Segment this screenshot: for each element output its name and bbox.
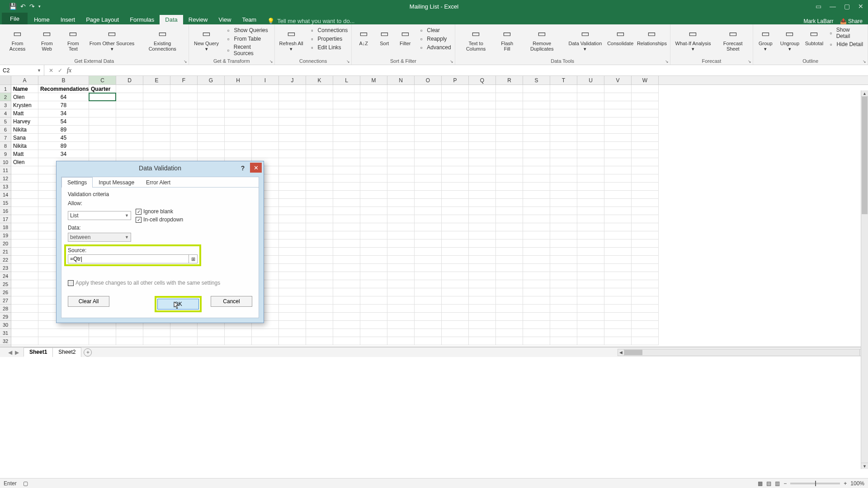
cell[interactable] xyxy=(279,150,306,158)
fx-icon[interactable]: fx xyxy=(67,67,71,74)
cell[interactable] xyxy=(11,288,38,296)
ribbon-button[interactable]: ▭Forecast Sheet xyxy=(716,26,750,52)
cell[interactable] xyxy=(632,329,659,337)
cell[interactable]: Name xyxy=(11,85,38,93)
cell[interactable] xyxy=(89,150,116,158)
cell[interactable] xyxy=(604,305,632,313)
cell[interactable] xyxy=(469,174,496,183)
cell[interactable]: Krysten xyxy=(11,101,38,109)
cell[interactable] xyxy=(279,93,306,101)
cell[interactable] xyxy=(333,142,360,150)
cell[interactable] xyxy=(415,264,442,272)
zoom-slider[interactable] xyxy=(790,483,840,484)
cell[interactable] xyxy=(11,248,38,256)
cell[interactable] xyxy=(604,174,632,183)
cell[interactable] xyxy=(252,117,279,126)
cell[interactable] xyxy=(632,191,659,199)
cell[interactable] xyxy=(11,199,38,207)
cell[interactable] xyxy=(550,134,577,142)
cell[interactable] xyxy=(252,329,279,337)
cell[interactable] xyxy=(577,288,604,296)
cell[interactable] xyxy=(469,296,496,305)
cell[interactable] xyxy=(279,109,306,117)
cell[interactable] xyxy=(442,174,469,183)
cell[interactable] xyxy=(577,337,604,345)
cell[interactable] xyxy=(415,166,442,174)
cell[interactable] xyxy=(252,337,279,345)
cell[interactable] xyxy=(279,223,306,231)
cell[interactable] xyxy=(11,296,38,305)
cell[interactable] xyxy=(279,296,306,305)
cell[interactable] xyxy=(11,166,38,174)
column-header[interactable]: W xyxy=(632,76,659,84)
cell[interactable] xyxy=(333,313,360,321)
cell[interactable] xyxy=(496,272,523,280)
cell[interactable] xyxy=(496,248,523,256)
column-header[interactable]: N xyxy=(387,76,415,84)
redo-icon[interactable]: ↷ xyxy=(29,3,35,10)
cell[interactable] xyxy=(469,199,496,207)
cell[interactable] xyxy=(279,337,306,345)
dialog-launcher-icon[interactable]: ↘ xyxy=(184,59,187,64)
row-header[interactable]: 7 xyxy=(0,134,11,142)
cell[interactable] xyxy=(360,166,387,174)
cell[interactable] xyxy=(360,264,387,272)
cell[interactable] xyxy=(225,134,252,142)
cell[interactable] xyxy=(604,231,632,239)
close-icon[interactable]: ✕ xyxy=(250,163,262,173)
vertical-scrollbar[interactable]: ▲▼ xyxy=(861,90,868,469)
cell[interactable] xyxy=(632,126,659,134)
cell[interactable] xyxy=(550,215,577,223)
tab-file[interactable]: File xyxy=(2,13,28,24)
cell[interactable] xyxy=(442,109,469,117)
cell[interactable] xyxy=(306,239,333,248)
cell[interactable] xyxy=(523,272,550,280)
cell[interactable] xyxy=(360,272,387,280)
cell[interactable] xyxy=(523,85,550,93)
cell[interactable]: Recommendations xyxy=(38,85,89,93)
cell[interactable]: 34 xyxy=(38,109,89,117)
cell[interactable] xyxy=(604,183,632,191)
cell[interactable] xyxy=(442,264,469,272)
cell[interactable] xyxy=(632,109,659,117)
cell[interactable] xyxy=(387,239,415,248)
column-header[interactable]: H xyxy=(225,76,252,84)
chevron-down-icon[interactable]: ▼ xyxy=(37,68,41,73)
cell[interactable] xyxy=(306,158,333,166)
cell[interactable] xyxy=(89,117,116,126)
cell[interactable] xyxy=(469,109,496,117)
cell[interactable] xyxy=(469,248,496,256)
cell[interactable] xyxy=(360,150,387,158)
cell[interactable] xyxy=(306,134,333,142)
cell[interactable] xyxy=(496,166,523,174)
cell[interactable] xyxy=(387,248,415,256)
cell[interactable] xyxy=(604,239,632,248)
cell[interactable] xyxy=(279,288,306,296)
cell[interactable] xyxy=(577,305,604,313)
cell[interactable] xyxy=(360,239,387,248)
cell[interactable] xyxy=(306,207,333,215)
cell[interactable] xyxy=(632,207,659,215)
cell[interactable] xyxy=(116,329,143,337)
column-header[interactable]: M xyxy=(360,76,387,84)
cell[interactable] xyxy=(496,231,523,239)
cell[interactable] xyxy=(387,231,415,239)
cell[interactable] xyxy=(442,329,469,337)
cell[interactable] xyxy=(252,101,279,109)
cell[interactable] xyxy=(360,207,387,215)
cell[interactable] xyxy=(523,93,550,101)
cell[interactable] xyxy=(143,117,170,126)
cell[interactable] xyxy=(11,305,38,313)
ribbon-button[interactable]: ▭Remove Duplicates xyxy=(520,26,564,52)
cell[interactable] xyxy=(89,109,116,117)
cell[interactable] xyxy=(360,158,387,166)
cell[interactable] xyxy=(11,223,38,231)
cell[interactable] xyxy=(279,280,306,288)
cell[interactable] xyxy=(279,158,306,166)
row-header[interactable]: 3 xyxy=(0,101,11,109)
cell[interactable] xyxy=(604,191,632,199)
dialog-tab-input-message[interactable]: Input Message xyxy=(93,177,140,188)
cell[interactable] xyxy=(496,183,523,191)
cell[interactable] xyxy=(333,223,360,231)
cell[interactable] xyxy=(550,280,577,288)
